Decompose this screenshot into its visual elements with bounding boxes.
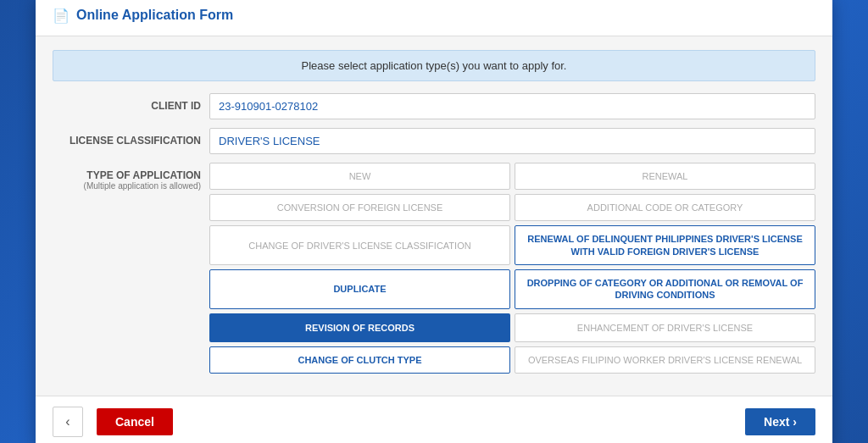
license-class-label: LICENSE CLASSIFICATION xyxy=(53,135,209,147)
btn-change-classification[interactable]: CHANGE OF DRIVER'S LICENSE CLASSIFICATIO… xyxy=(209,225,510,265)
btn-renewal-delinquent[interactable]: RENEWAL OF DELINQUENT PHILIPPINES DRIVER… xyxy=(515,225,815,265)
btn-additional-code[interactable]: ADDITIONAL CODE OR CATEGORY xyxy=(515,194,815,221)
next-button[interactable]: Next › xyxy=(745,408,815,435)
btn-ofw[interactable]: OVERSEAS FILIPINO WORKER DRIVER'S LICENS… xyxy=(515,346,815,374)
btn-enhancement[interactable]: ENHANCEMENT OF DRIVER'S LICENSE xyxy=(515,313,815,342)
modal-header: 📄 Online Application Form xyxy=(36,0,832,36)
modal-title: Online Application Form xyxy=(76,8,233,23)
modal-container: 📄 Online Application Form Please select … xyxy=(36,0,832,443)
modal-footer: ‹ Cancel Next › xyxy=(36,396,832,443)
btn-dropping[interactable]: DROPPING OF CATEGORY OR ADDITIONAL OR RE… xyxy=(515,269,815,309)
license-class-row: LICENSE CLASSIFICATION DRIVER'S LICENSE xyxy=(53,128,815,154)
license-class-value: DRIVER'S LICENSE xyxy=(209,128,815,154)
app-type-grid: NEW RENEWAL CONVERSION OF FOREIGN LICENS… xyxy=(209,163,815,374)
btn-renewal[interactable]: RENEWAL xyxy=(515,163,815,190)
btn-change-clutch[interactable]: CHANGE OF CLUTCH TYPE xyxy=(209,346,510,374)
modal-body: Please select application type(s) you wa… xyxy=(36,36,832,396)
btn-new[interactable]: NEW xyxy=(209,163,510,190)
cancel-button[interactable]: Cancel xyxy=(97,408,173,435)
button-grid: NEW RENEWAL CONVERSION OF FOREIGN LICENS… xyxy=(209,163,815,374)
client-id-row: CLIENT ID 23-910901-0278102 xyxy=(53,93,815,119)
back-button[interactable]: ‹ xyxy=(53,407,83,437)
btn-revision[interactable]: REVISION OF RECORDS xyxy=(209,313,510,342)
footer-left: ‹ Cancel xyxy=(53,407,173,437)
app-type-row: TYPE OF APPLICATION (Multiple applicatio… xyxy=(53,163,815,374)
client-id-value: 23-910901-0278102 xyxy=(209,93,815,119)
client-id-label: CLIENT ID xyxy=(53,100,209,112)
app-type-label: TYPE OF APPLICATION (Multiple applicatio… xyxy=(53,163,209,191)
btn-conversion[interactable]: CONVERSION OF FOREIGN LICENSE xyxy=(209,194,510,221)
btn-duplicate[interactable]: DUPLICATE xyxy=(209,269,510,309)
info-banner: Please select application type(s) you wa… xyxy=(53,50,815,81)
form-icon: 📄 xyxy=(53,8,70,24)
